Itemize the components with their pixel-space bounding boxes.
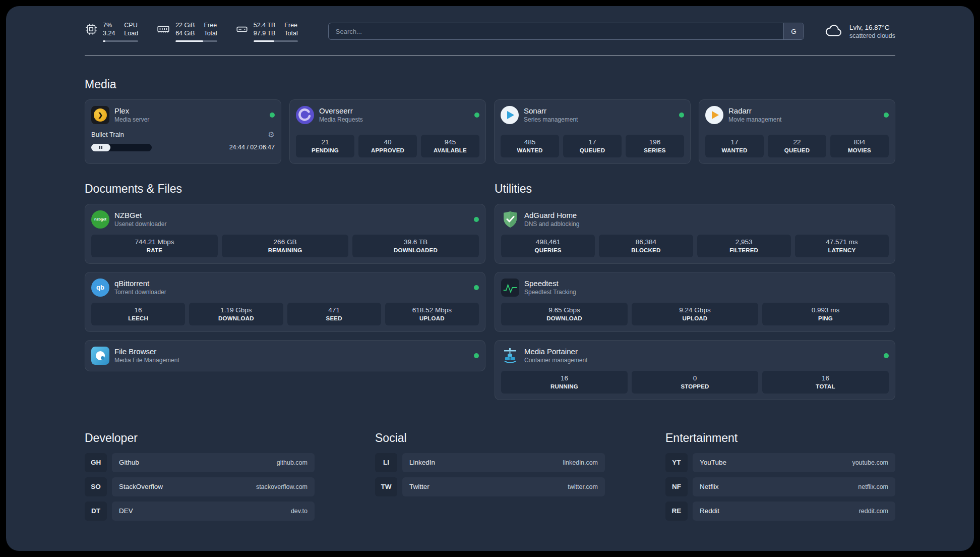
app-card-nzbget[interactable]: nzbget NZBGet Usenet downloader 744.21 M… <box>85 204 485 264</box>
app-subtitle: Movie management <box>728 116 781 123</box>
stat-tile: 744.21 Mbps RATE <box>91 235 218 257</box>
bookmark-name: YouTube <box>700 459 726 466</box>
section-title-developer: Developer <box>85 431 315 445</box>
stat-value: 0.993 ms <box>764 306 887 314</box>
stat-tile: 22 QUEUED <box>768 135 826 157</box>
stat-label: FILTERED <box>699 247 789 253</box>
stat-tile: 39.6 TB DOWNLOADED <box>352 235 479 257</box>
media-grid: ❯ Plex Media server Bullet Train ⚙ 24:44… <box>85 99 895 164</box>
bookmark-stackoverflow[interactable]: SO StackOverflow stackoverflow.com <box>85 477 315 496</box>
bookmark-github[interactable]: GH Github github.com <box>85 453 315 472</box>
ram-usage-bar <box>175 40 217 42</box>
app-subtitle: Series management <box>524 116 578 123</box>
status-dot <box>884 353 889 358</box>
search-engine-button[interactable]: G <box>783 23 804 39</box>
stat-value: 1.19 Gbps <box>191 306 281 314</box>
stat-value: 0 <box>634 374 756 382</box>
header: 7% 3.24 CPU Load <box>85 21 895 42</box>
stat-value: 471 <box>289 306 379 314</box>
bookmarks-developer: Developer GH Github github.com SO StackO… <box>85 408 315 526</box>
bookmarks: Developer GH Github github.com SO StackO… <box>85 408 895 526</box>
stat-tile: 0.993 ms PING <box>762 303 889 325</box>
app-card-filebrowser[interactable]: File Browser Media File Management <box>85 340 485 371</box>
bookmark-reddit[interactable]: RE Reddit reddit.com <box>665 502 895 521</box>
documents-column: Documents & Files nzbget NZBGet Usenet d… <box>85 164 485 379</box>
main-columns: Documents & Files nzbget NZBGet Usenet d… <box>85 164 895 408</box>
bookmark-name: Netflix <box>700 483 719 490</box>
status-dot <box>679 113 684 118</box>
stat-label: STOPPED <box>634 383 756 389</box>
stat-tile: 471 SEED <box>287 303 381 325</box>
stat-label: TOTAL <box>764 383 887 389</box>
bookmark-youtube[interactable]: YT YouTube youtube.com <box>665 453 895 472</box>
app-subtitle: Media Requests <box>319 116 363 123</box>
dashboard-panel: 7% 3.24 CPU Load <box>6 6 974 551</box>
stat-label: RATE <box>93 247 216 253</box>
app-card-sonarr[interactable]: Sonarr Series management 485 WANTED 17 Q… <box>494 99 691 164</box>
stat-label: APPROVED <box>360 147 415 153</box>
playback-time: 24:44 / 02:06:47 <box>229 144 275 151</box>
weather-location: Lviv, 16.87°C <box>849 24 895 31</box>
bookmark-dev[interactable]: DT DEV dev.to <box>85 502 315 521</box>
bookmark-name: LinkedIn <box>409 459 435 466</box>
bookmark-abbr: SO <box>85 477 107 496</box>
cpu-stat: 7% 3.24 CPU Load <box>85 21 138 42</box>
pause-icon[interactable] <box>91 144 110 151</box>
cpu-percent: 7% <box>103 21 115 29</box>
stat-label: REMAINING <box>224 247 346 253</box>
app-card-plex[interactable]: ❯ Plex Media server Bullet Train ⚙ 24:44… <box>85 99 281 164</box>
stat-label: WANTED <box>503 147 557 153</box>
stat-tile: 834 MOVIES <box>830 135 889 157</box>
bookmark-abbr: LI <box>375 453 397 472</box>
bookmark-url: reddit.com <box>859 508 888 515</box>
disk-total-value: 97.9 TB <box>254 29 276 37</box>
stat-tile: 945 AVAILABLE <box>421 135 479 157</box>
stat-label: SEED <box>289 315 379 321</box>
stat-value: 9.24 Gbps <box>634 306 756 314</box>
bookmark-url: stackoverflow.com <box>256 483 308 490</box>
app-subtitle: DNS and adblocking <box>524 220 579 228</box>
stat-value: 39.6 TB <box>354 238 477 246</box>
status-dot <box>474 217 479 222</box>
bookmark-twitter[interactable]: TW Twitter twitter.com <box>375 477 605 496</box>
stat-value: 47.571 ms <box>797 238 887 246</box>
app-card-qbittorrent[interactable]: qb qBittorrent Torrent downloader 16 LEE… <box>85 272 485 332</box>
section-title-utilities: Utilities <box>495 182 895 196</box>
bookmark-abbr: YT <box>665 453 688 472</box>
search-input[interactable] <box>329 23 783 39</box>
section-title-media: Media <box>85 78 895 91</box>
stat-label: UPLOAD <box>387 315 477 321</box>
bookmark-netflix[interactable]: NF Netflix netflix.com <box>665 477 895 496</box>
stat-tile: 1.19 Gbps DOWNLOAD <box>189 303 283 325</box>
app-subtitle: Torrent downloader <box>114 289 166 296</box>
stat-value: 21 <box>298 138 352 146</box>
weather-widget[interactable]: Lviv, 16.87°C scattered clouds <box>824 23 895 40</box>
app-name: NZBGet <box>114 211 166 219</box>
stat-tile: 196 SERIES <box>626 135 684 157</box>
app-card-radarr[interactable]: Radarr Movie management 17 WANTED 22 QUE… <box>699 99 895 164</box>
stat-value: 266 GB <box>224 238 346 246</box>
stat-label: AVAILABLE <box>423 147 477 153</box>
stat-value: 9.65 Gbps <box>503 306 626 314</box>
bookmark-url: netflix.com <box>858 483 888 490</box>
ram-icon <box>156 23 170 36</box>
gear-icon[interactable]: ⚙ <box>268 130 275 139</box>
overseerr-icon <box>296 106 314 124</box>
cloud-icon <box>824 23 843 40</box>
app-card-speedtest[interactable]: Speedtest Speedtest Tracking 9.65 Gbps D… <box>495 272 895 332</box>
app-card-portainer[interactable]: Media Portainer Container management 16 … <box>495 340 895 400</box>
bookmark-linkedin[interactable]: LI LinkedIn linkedin.com <box>375 453 605 472</box>
seek-bar[interactable] <box>91 144 152 151</box>
stat-label: SERIES <box>628 147 682 153</box>
app-name: Radarr <box>728 106 781 115</box>
stat-value: 86,384 <box>601 238 691 246</box>
app-card-adguard[interactable]: AdGuard Home DNS and adblocking 498,461 … <box>495 204 895 264</box>
bookmark-name: Github <box>119 459 139 466</box>
bookmark-abbr: RE <box>665 502 688 521</box>
filebrowser-icon <box>91 347 109 365</box>
stat-label: RUNNING <box>503 383 626 389</box>
disk-stat: 52.4 TB 97.9 TB Free Total <box>235 21 298 42</box>
app-subtitle: Usenet downloader <box>114 220 166 228</box>
stat-tile: 21 PENDING <box>296 135 354 157</box>
app-card-overseerr[interactable]: Overseerr Media Requests 21 PENDING 40 A… <box>289 99 486 164</box>
